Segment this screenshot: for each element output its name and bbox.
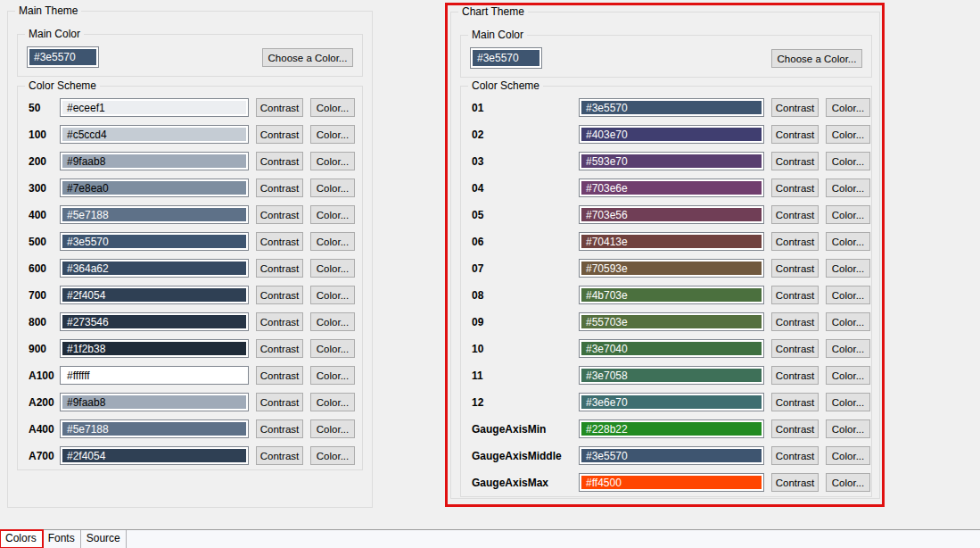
- contrast-button[interactable]: Contrast: [771, 419, 819, 438]
- color-hex-field[interactable]: #ffffff: [60, 366, 249, 385]
- color-picker-button[interactable]: Color...: [826, 473, 870, 492]
- contrast-button[interactable]: Contrast: [771, 205, 819, 224]
- scheme-key-label: 08: [472, 289, 579, 302]
- color-scheme-row: 11#3e7058ContrastColor...: [472, 366, 866, 385]
- color-picker-button[interactable]: Color...: [310, 339, 355, 358]
- color-picker-button[interactable]: Color...: [826, 125, 870, 144]
- contrast-button[interactable]: Contrast: [256, 152, 303, 170]
- color-hex-field[interactable]: #c5ccd4: [60, 125, 249, 144]
- color-picker-button[interactable]: Color...: [310, 312, 355, 331]
- color-hex-field[interactable]: #3e5570: [60, 232, 249, 251]
- color-hex-field[interactable]: #3e7040: [579, 339, 764, 358]
- color-picker-button[interactable]: Color...: [826, 98, 870, 117]
- color-picker-button[interactable]: Color...: [826, 179, 870, 197]
- color-picker-button[interactable]: Color...: [310, 259, 355, 278]
- color-hex-field[interactable]: #55703e: [579, 312, 764, 331]
- contrast-button[interactable]: Contrast: [256, 393, 303, 411]
- contrast-button[interactable]: Contrast: [771, 179, 819, 197]
- color-hex-field[interactable]: #5e7188: [60, 205, 249, 224]
- contrast-button[interactable]: Contrast: [256, 125, 303, 144]
- color-picker-button[interactable]: Color...: [826, 259, 870, 278]
- color-hex-field[interactable]: #9faab8: [60, 152, 249, 170]
- contrast-button[interactable]: Contrast: [771, 232, 819, 251]
- color-hex-field[interactable]: #3e5570: [579, 98, 764, 117]
- color-picker-button[interactable]: Color...: [826, 339, 870, 358]
- scheme-key-label: 200: [29, 155, 60, 168]
- color-swatch-fill: #4b703e: [581, 288, 762, 302]
- color-picker-button[interactable]: Color...: [310, 232, 355, 251]
- color-picker-button[interactable]: Color...: [826, 152, 870, 170]
- contrast-button[interactable]: Contrast: [771, 312, 819, 331]
- color-hex-field[interactable]: #2f4054: [60, 446, 249, 465]
- contrast-button[interactable]: Contrast: [256, 366, 303, 385]
- main-color-field[interactable]: #3e5570: [470, 47, 542, 69]
- color-picker-button[interactable]: Color...: [310, 152, 355, 170]
- tab-source[interactable]: Source: [81, 530, 127, 548]
- color-picker-button[interactable]: Color...: [310, 393, 355, 411]
- choose-color-button[interactable]: Choose a Color...: [262, 48, 353, 67]
- color-picker-button[interactable]: Color...: [826, 419, 870, 438]
- contrast-button[interactable]: Contrast: [256, 98, 303, 117]
- color-hex-field[interactable]: #eceef1: [60, 98, 249, 117]
- color-picker-button[interactable]: Color...: [826, 232, 870, 251]
- contrast-button[interactable]: Contrast: [771, 125, 819, 144]
- color-hex-field[interactable]: #364a62: [60, 259, 249, 278]
- color-hex-field[interactable]: #ff4500: [579, 473, 764, 492]
- color-hex-field[interactable]: #3e7058: [579, 366, 764, 385]
- main-color-field[interactable]: #3e5570: [27, 46, 99, 68]
- color-picker-button[interactable]: Color...: [310, 366, 355, 385]
- color-hex-field[interactable]: #403e70: [579, 125, 764, 144]
- color-hex-field[interactable]: #3e5570: [579, 446, 764, 465]
- color-hex-field[interactable]: #228b22: [579, 419, 764, 438]
- color-hex-field[interactable]: #7e8ea0: [60, 179, 249, 197]
- contrast-button[interactable]: Contrast: [771, 152, 819, 170]
- contrast-button[interactable]: Contrast: [771, 473, 819, 492]
- color-hex-field[interactable]: #70593e: [579, 259, 764, 278]
- choose-color-button[interactable]: Choose a Color...: [771, 49, 862, 68]
- contrast-button[interactable]: Contrast: [771, 286, 819, 304]
- contrast-button[interactable]: Contrast: [256, 232, 303, 251]
- color-hex-field[interactable]: #703e6e: [579, 179, 764, 197]
- tab-fonts[interactable]: Fonts: [43, 530, 81, 548]
- color-hex-field[interactable]: #9faab8: [60, 393, 249, 411]
- contrast-button[interactable]: Contrast: [256, 259, 303, 278]
- color-picker-button[interactable]: Color...: [826, 393, 870, 411]
- contrast-button[interactable]: Contrast: [771, 339, 819, 358]
- color-picker-button[interactable]: Color...: [310, 419, 355, 438]
- color-hex-field[interactable]: #2f4054: [60, 286, 249, 304]
- contrast-button[interactable]: Contrast: [771, 366, 819, 385]
- color-picker-button[interactable]: Color...: [826, 446, 870, 465]
- color-picker-button[interactable]: Color...: [310, 205, 355, 224]
- contrast-button[interactable]: Contrast: [256, 312, 303, 331]
- color-picker-button[interactable]: Color...: [310, 179, 355, 197]
- color-hex-field[interactable]: #70413e: [579, 232, 764, 251]
- color-hex-field[interactable]: #1f2b38: [60, 339, 249, 358]
- contrast-button[interactable]: Contrast: [256, 205, 303, 224]
- color-picker-button[interactable]: Color...: [826, 205, 870, 224]
- contrast-button[interactable]: Contrast: [771, 259, 819, 278]
- contrast-button[interactable]: Contrast: [256, 446, 303, 465]
- color-picker-button[interactable]: Color...: [310, 286, 355, 304]
- contrast-button[interactable]: Contrast: [771, 98, 819, 117]
- contrast-button[interactable]: Contrast: [256, 179, 303, 197]
- color-picker-button[interactable]: Color...: [310, 125, 355, 144]
- color-swatch-fill: #3e6e70: [581, 395, 762, 409]
- contrast-button[interactable]: Contrast: [771, 393, 819, 411]
- color-hex-field[interactable]: #703e56: [579, 205, 764, 224]
- color-picker-button[interactable]: Color...: [310, 446, 355, 465]
- color-picker-button[interactable]: Color...: [826, 286, 870, 304]
- contrast-button[interactable]: Contrast: [256, 419, 303, 438]
- color-picker-button[interactable]: Color...: [826, 312, 870, 331]
- contrast-button[interactable]: Contrast: [256, 339, 303, 358]
- color-hex-field[interactable]: #3e6e70: [579, 393, 764, 411]
- contrast-button[interactable]: Contrast: [771, 446, 819, 465]
- tab-colors[interactable]: Colors: [0, 530, 43, 548]
- color-swatch-fill: #5e7188: [62, 208, 246, 221]
- color-picker-button[interactable]: Color...: [826, 366, 870, 385]
- color-hex-field[interactable]: #5e7188: [60, 419, 249, 438]
- color-hex-field[interactable]: #273546: [60, 312, 249, 331]
- contrast-button[interactable]: Contrast: [256, 286, 303, 304]
- color-hex-field[interactable]: #4b703e: [579, 286, 764, 304]
- color-hex-field[interactable]: #593e70: [579, 152, 764, 170]
- color-picker-button[interactable]: Color...: [310, 98, 355, 117]
